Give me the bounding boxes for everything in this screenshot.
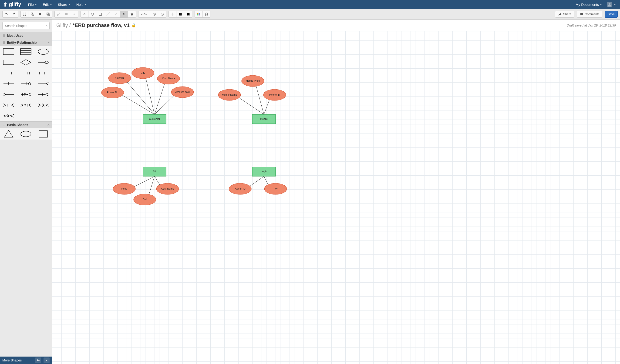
- redo-button[interactable]: [10, 11, 18, 18]
- shape-triangle[interactable]: [3, 131, 14, 137]
- svg-line-87: [38, 105, 41, 106]
- guides-icon: [186, 12, 190, 16]
- close-icon[interactable]: ×: [47, 123, 49, 127]
- zoom-in-button[interactable]: [150, 11, 158, 18]
- category-most-used[interactable]: Most Used: [0, 32, 52, 39]
- undo-button[interactable]: [2, 11, 10, 18]
- menu-help[interactable]: Help: [76, 2, 87, 6]
- shape-attribute[interactable]: [38, 48, 49, 55]
- svg-line-28: [47, 26, 47, 27]
- pan-tool-button[interactable]: [128, 11, 136, 18]
- my-documents-link[interactable]: My Documents: [575, 2, 602, 6]
- shape-entity-titled[interactable]: [20, 48, 31, 55]
- category-basic-shapes[interactable]: Basic Shapes ×: [0, 121, 52, 128]
- shape-many-many[interactable]: [38, 70, 49, 76]
- breadcrumb[interactable]: Gliffy /: [56, 22, 71, 28]
- svg-line-79: [21, 104, 23, 105]
- grid-button[interactable]: [176, 11, 184, 18]
- shape-crow-zero-one[interactable]: [20, 91, 31, 98]
- arrange-button[interactable]: [44, 11, 52, 18]
- erd-edge[interactable]: [264, 100, 269, 114]
- erd-edge[interactable]: [256, 86, 264, 114]
- shape-crow-zero-cross[interactable]: [3, 113, 14, 119]
- snap-button[interactable]: [169, 11, 176, 18]
- diagram-canvas[interactable]: CustomerMobileBillLoginPhone NoCust IDCi…: [52, 31, 620, 364]
- svg-point-13: [107, 15, 107, 16]
- ungroup-button[interactable]: [36, 11, 44, 18]
- erd-edge[interactable]: [122, 95, 155, 114]
- text-tool-button[interactable]: A: [80, 11, 88, 18]
- svg-line-97: [10, 116, 14, 117]
- search-icon[interactable]: [46, 24, 47, 28]
- more-shapes-link[interactable]: More Shapes: [2, 358, 22, 362]
- shape-rel-many[interactable]: [38, 80, 49, 87]
- popup-icon: [72, 12, 76, 16]
- shape-entity[interactable]: [3, 48, 14, 55]
- erd-edge[interactable]: [155, 95, 174, 114]
- svg-point-14: [109, 13, 110, 13]
- category-basic-body: [0, 128, 52, 139]
- layers-button[interactable]: [202, 11, 210, 18]
- zoom-out-button[interactable]: [158, 11, 166, 18]
- category-entity-relationship[interactable]: Entity-Relationship ×: [0, 39, 52, 46]
- popup-button[interactable]: [70, 11, 78, 18]
- shape-rectangle[interactable]: [38, 131, 49, 137]
- erd-attribute-label: Phone ID: [269, 93, 280, 96]
- app-logo[interactable]: gliffy: [3, 1, 21, 7]
- erd-edge[interactable]: [249, 176, 264, 186]
- line-tool-button[interactable]: [112, 11, 120, 18]
- comments-button[interactable]: Comments: [577, 11, 603, 18]
- search-shapes-input[interactable]: [4, 24, 46, 28]
- shape-crow-one-one[interactable]: [38, 91, 49, 98]
- shape-crow-l[interactable]: [3, 91, 14, 98]
- shape-multivalued[interactable]: [38, 59, 49, 66]
- svg-marker-35: [21, 60, 31, 65]
- shape-ellipse[interactable]: [20, 131, 31, 137]
- menu-edit[interactable]: Edit: [43, 2, 52, 6]
- rect-tool-button[interactable]: [96, 11, 104, 18]
- erd-edge[interactable]: [146, 78, 155, 114]
- erd-edge[interactable]: [127, 82, 155, 114]
- layers-icon: [204, 12, 208, 16]
- erd-edge[interactable]: [239, 97, 264, 114]
- menu-file[interactable]: File: [28, 2, 37, 6]
- ellipse-tool-button[interactable]: [88, 11, 96, 18]
- edit-shape-button[interactable]: [20, 11, 28, 18]
- svg-line-80: [21, 105, 23, 106]
- shape-crow-both[interactable]: [3, 102, 14, 108]
- share-button[interactable]: Share: [555, 11, 574, 18]
- connector-tool-button[interactable]: [104, 11, 112, 18]
- svg-line-60: [3, 94, 6, 96]
- user-menu[interactable]: [605, 1, 617, 8]
- erd-edge[interactable]: [149, 176, 155, 195]
- document-title[interactable]: *ERD purchase flow, v1: [73, 22, 130, 28]
- shape-relationship[interactable]: [20, 59, 31, 66]
- erd-edge[interactable]: [134, 176, 155, 187]
- sidebar-toggle-width-button[interactable]: [35, 358, 41, 363]
- erd-edge[interactable]: [155, 84, 165, 114]
- shapes-sidebar: Most Used Entity-Relationship ×: [0, 19, 52, 364]
- guides-button[interactable]: [184, 11, 192, 18]
- shape-one-many[interactable]: [20, 70, 31, 76]
- shape-weak-entity[interactable]: [3, 59, 14, 66]
- erd-edge[interactable]: [264, 176, 268, 185]
- link-button[interactable]: [54, 11, 62, 18]
- close-icon[interactable]: ×: [47, 41, 49, 45]
- zoom-level-select[interactable]: 75%: [138, 11, 150, 18]
- erd-attribute-label: Cust Name: [161, 187, 174, 190]
- svg-rect-26: [199, 14, 200, 15]
- pointer-tool-button[interactable]: [120, 11, 128, 18]
- shape-rel-one[interactable]: [3, 80, 14, 87]
- menu-share[interactable]: Share: [58, 2, 70, 6]
- shape-crow-cross[interactable]: [38, 102, 49, 108]
- group-button[interactable]: [28, 11, 36, 18]
- shape-crow-zero-both[interactable]: [20, 102, 31, 108]
- erd-attribute-label: PW: [273, 187, 278, 190]
- comment-shape-button[interactable]: [62, 11, 70, 18]
- shape-rel-zero-one[interactable]: [20, 80, 31, 87]
- sidebar-collapse-button[interactable]: [44, 358, 49, 363]
- theme-button[interactable]: [195, 11, 202, 18]
- save-button[interactable]: Save: [605, 11, 618, 18]
- shape-one-one[interactable]: [3, 70, 14, 76]
- erd-edge[interactable]: [155, 176, 160, 185]
